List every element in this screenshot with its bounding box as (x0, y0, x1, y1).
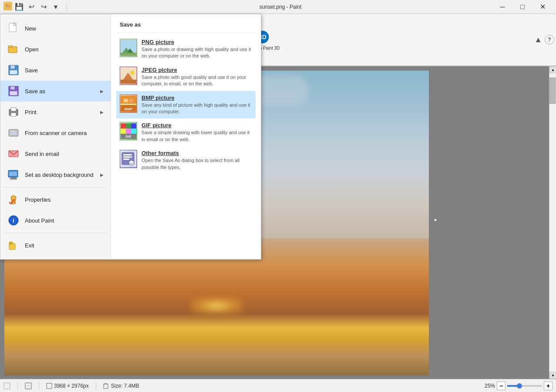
other-option-text: Other formats Open the Save As dialog bo… (142, 150, 252, 171)
separator (66, 3, 67, 11)
other-file-icon: ... (120, 151, 137, 167)
status-bar: 3968 × 2976px Size: 7.4MB 25% − + (0, 379, 556, 392)
about-file-icon: i (7, 214, 20, 226)
properties-file-icon (7, 193, 20, 206)
zoom-slider[interactable] (507, 385, 542, 387)
sun-glow (191, 297, 243, 314)
save-as-icon (7, 85, 20, 97)
svg-rect-23 (11, 113, 16, 116)
save-file-icon (7, 64, 20, 76)
menu-item-exit[interactable]: Exit (0, 235, 111, 256)
collapse-ribbon-button[interactable]: ▲ (534, 35, 542, 44)
png-icon (120, 39, 137, 57)
zoom-out-button[interactable]: − (497, 382, 505, 390)
about-icon: i (7, 214, 20, 226)
save-option-other[interactable]: ... Other formats Open the Save As dialo… (116, 146, 256, 174)
menu-item-scanner[interactable]: From scanner or camera (0, 122, 111, 143)
desktop-icon (7, 169, 20, 181)
svg-rect-57 (126, 128, 131, 134)
ribbon-help: ▲ ? (532, 14, 556, 65)
sep2 (39, 382, 39, 390)
dimensions-display: 3968 × 2976px (46, 383, 89, 389)
menu-item-print[interactable]: Print ▶ (0, 101, 111, 122)
quick-access-toolbar: 🎨 💾 ↩ ↪ ▾ (3, 2, 61, 12)
zoom-percent: 25% (485, 383, 495, 389)
redo-button[interactable]: ↪ (38, 2, 49, 12)
svg-rect-63 (123, 154, 132, 155)
svg-rect-54 (126, 123, 131, 128)
save-option-jpeg[interactable]: JPEG picture Save a photo with good qual… (116, 63, 256, 91)
svg-rect-14 (8, 46, 13, 47)
close-button[interactable]: ✕ (532, 0, 553, 14)
zoom-slider-thumb[interactable] (517, 383, 522, 389)
gif-file-icon: GIF (120, 123, 137, 139)
select-icon (25, 382, 32, 389)
email-file-icon (7, 148, 20, 160)
window-title: sunset.png - Paint (68, 4, 492, 10)
email-icon (7, 148, 20, 160)
svg-rect-58 (131, 128, 136, 134)
filesize-icon (103, 383, 109, 389)
zoom-in-button[interactable]: + (544, 382, 553, 390)
maximize-button[interactable]: □ (512, 0, 532, 14)
scanner-icon (7, 127, 20, 139)
menu-item-save-as[interactable]: Save as ▶ (0, 81, 111, 101)
sep3 (96, 382, 96, 390)
svg-rect-56 (121, 128, 126, 134)
menu-item-send-email[interactable]: Send in email (0, 143, 111, 164)
status-select-btn[interactable] (25, 382, 32, 389)
menu-item-save[interactable]: Save (0, 60, 111, 81)
menu-item-open[interactable]: Open (0, 39, 111, 60)
scroll-thumb-v[interactable] (549, 78, 556, 104)
svg-rect-22 (11, 108, 16, 111)
undo-button[interactable]: ↩ (26, 2, 37, 12)
svg-rect-45 (121, 80, 136, 84)
status-new-btn[interactable] (3, 382, 10, 389)
save-option-png[interactable]: PNG picture Save a photo or drawing with… (116, 35, 256, 63)
print-icon (7, 106, 20, 118)
help-button[interactable]: ? (545, 35, 554, 44)
zoom-slider-track (507, 385, 518, 387)
svg-rect-29 (11, 177, 16, 179)
menu-item-desktop-bg[interactable]: Set as desktop background ▶ (0, 164, 111, 185)
save-option-bmp[interactable]: BMP BMP picture Save any kind of picture… (116, 91, 256, 119)
scroll-down-button[interactable]: ▼ (549, 372, 556, 379)
new-selection-icon (3, 382, 10, 389)
scroll-track-v (549, 73, 556, 372)
save-as-arrow: ▶ (100, 89, 104, 94)
canvas-handle[interactable] (434, 219, 437, 221)
svg-rect-64 (123, 156, 132, 158)
bmp-icon: BMP (120, 95, 137, 113)
svg-rect-48 (124, 99, 128, 102)
save-button[interactable]: 💾 (14, 2, 24, 12)
menu-item-about[interactable]: i About Paint (0, 210, 111, 231)
zoom-control: 25% − + (485, 382, 553, 390)
svg-rect-10 (104, 384, 108, 389)
svg-rect-53 (121, 123, 126, 128)
save-as-submenu: Save as PNG picture Save a photo or draw… (111, 14, 261, 259)
jpeg-option-text: JPEG picture Save a photo with good qual… (142, 67, 252, 88)
file-size-text: Size: 7.4MB (111, 383, 139, 389)
svg-rect-41 (121, 53, 136, 56)
new-file-icon (7, 22, 20, 34)
jpeg-file-icon (120, 68, 137, 84)
svg-rect-6 (25, 383, 31, 389)
new-icon (7, 22, 20, 34)
jpeg-icon (120, 67, 137, 85)
svg-text:...: ... (130, 160, 134, 165)
scrollbar-vertical[interactable]: ▲ ▼ (549, 66, 556, 379)
scroll-up-button[interactable]: ▲ (549, 66, 556, 73)
file-size-display: Size: 7.4MB (103, 383, 139, 389)
save-icon (7, 64, 20, 76)
svg-rect-35 (9, 242, 13, 244)
minimize-button[interactable]: ─ (492, 0, 512, 14)
customize-button[interactable]: ▾ (51, 2, 61, 12)
gif-option-text: GIF picture Save a simple drawing with l… (142, 122, 252, 143)
save-option-gif[interactable]: GIF GIF picture Save a simple drawing wi… (116, 118, 256, 146)
title-bar: 🎨 💾 ↩ ↪ ▾ sunset.png - Paint ─ □ ✕ (0, 0, 556, 14)
svg-text:BMP: BMP (125, 107, 132, 111)
menu-separator2 (4, 233, 107, 233)
menu-item-new[interactable]: New (0, 18, 111, 39)
menu-item-properties[interactable]: Properties (0, 189, 111, 210)
dimensions-icon (46, 383, 52, 389)
